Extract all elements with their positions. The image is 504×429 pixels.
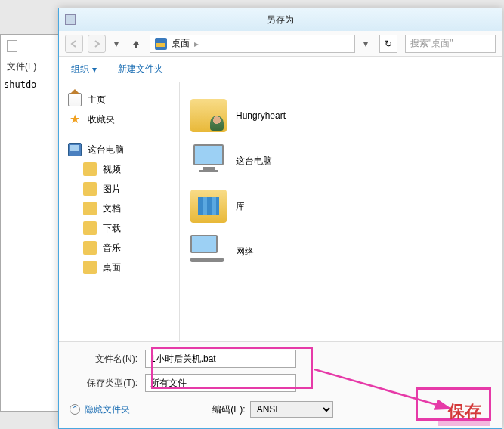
chevron-down-icon: ▾ — [92, 64, 97, 75]
file-item-thispc[interactable]: 这台电脑 — [187, 138, 494, 184]
search-input[interactable]: 搜索"桌面" — [405, 35, 496, 53]
sidebar-item-music[interactable]: 音乐 — [62, 238, 176, 258]
encoding-select[interactable]: ANSI — [250, 401, 333, 418]
filename-label: 文件名(N): — [70, 353, 145, 366]
refresh-button[interactable]: ↻ — [379, 35, 397, 53]
file-item-user[interactable]: Hungryheart — [187, 93, 494, 138]
dialog-icon — [65, 14, 76, 25]
sidebar-label: 这台电脑 — [88, 144, 124, 156]
star-icon: ★ — [68, 113, 82, 126]
sidebar-label: 图片 — [103, 183, 121, 196]
nav-up-button[interactable] — [127, 35, 145, 53]
file-label: 这台电脑 — [236, 155, 272, 168]
sidebar-label: 视频 — [103, 163, 121, 176]
location-separator-icon: ▸ — [194, 39, 199, 49]
save-as-dialog: 另存为 ▾ 桌面 ▸ ▾ ↻ 搜索"桌面" 组织 ▾ 新建文件夹 — [58, 8, 502, 429]
sidebar-label: 下载 — [103, 222, 121, 235]
background-notepad: 文件(F) shutdo — [0, 34, 60, 412]
sidebar-label: 文档 — [103, 202, 121, 215]
navigation-bar: ▾ 桌面 ▸ ▾ ↻ 搜索"桌面" — [59, 31, 502, 57]
folder-icon — [83, 182, 97, 196]
sidebar-label: 收藏夹 — [88, 113, 115, 126]
dialog-title: 另存为 — [267, 14, 294, 26]
file-item-network[interactable]: 网络 — [187, 229, 494, 274]
sidebar-label: 桌面 — [103, 261, 121, 274]
address-bar[interactable]: 桌面 ▸ — [150, 35, 355, 53]
desktop-location-icon — [155, 38, 167, 50]
sidebar-item-home[interactable]: 主页 — [62, 90, 176, 110]
user-folder-icon — [190, 99, 227, 132]
file-label: 库 — [236, 200, 245, 213]
network-icon — [190, 235, 227, 268]
filetype-label: 保存类型(T): — [70, 377, 145, 390]
file-label: 网络 — [236, 245, 254, 258]
file-item-libraries[interactable]: 库 — [187, 184, 494, 229]
notepad-doc-icon — [7, 40, 17, 52]
nav-back-button[interactable] — [65, 35, 83, 53]
sidebar-item-pictures[interactable]: 图片 — [62, 179, 176, 199]
bottom-panel: 文件名(N): 保存类型(T): ⌃ 隐藏文件夹 编码(E): ANSI — [59, 341, 502, 428]
nav-forward-button[interactable] — [88, 35, 106, 53]
sidebar-item-documents[interactable]: 文档 — [62, 199, 176, 218]
home-icon — [68, 93, 82, 106]
folder-icon — [83, 261, 97, 274]
computer-icon — [68, 143, 82, 156]
filename-input[interactable] — [145, 350, 296, 368]
sidebar-label: 主页 — [88, 94, 106, 106]
folder-icon — [83, 162, 97, 176]
notepad-menu-file: 文件(F) — [1, 57, 60, 76]
address-dropdown[interactable]: ▾ — [360, 35, 372, 53]
folder-icon — [83, 221, 97, 235]
hide-folders-label: 隐藏文件夹 — [85, 403, 130, 416]
file-label: Hungryheart — [236, 110, 286, 121]
organize-menu[interactable]: 组织 ▾ — [71, 63, 97, 76]
titlebar: 另存为 — [59, 8, 502, 31]
library-icon — [190, 190, 227, 223]
filetype-input[interactable] — [145, 374, 296, 392]
file-list-pane[interactable]: Hungryheart 这台电脑 库 网络 — [180, 82, 502, 341]
sidebar-item-favorites[interactable]: ★ 收藏夹 — [62, 110, 176, 129]
sidebar-item-desktop[interactable]: 桌面 — [62, 258, 176, 277]
sidebar-item-videos[interactable]: 视频 — [62, 159, 176, 179]
encoding-label: 编码(E): — [212, 403, 245, 416]
new-folder-button[interactable]: 新建文件夹 — [118, 63, 163, 76]
location-text: 桌面 — [172, 37, 190, 50]
folder-icon — [83, 202, 97, 215]
toolbar: 组织 ▾ 新建文件夹 — [59, 57, 502, 82]
sidebar-label: 音乐 — [103, 242, 121, 255]
sidebar: 主页 ★ 收藏夹 这台电脑 视频 图片 — [59, 82, 180, 341]
computer-icon — [190, 144, 227, 177]
chevron-up-icon: ⌃ — [70, 404, 80, 415]
folder-icon — [83, 241, 97, 255]
nav-history-dropdown[interactable]: ▾ — [110, 35, 122, 53]
sidebar-item-thispc[interactable]: 这台电脑 — [62, 140, 176, 159]
sidebar-item-downloads[interactable]: 下载 — [62, 218, 176, 238]
organize-label: 组织 — [71, 63, 89, 76]
hide-folders-toggle[interactable]: ⌃ 隐藏文件夹 — [70, 403, 130, 416]
notepad-content: shutdo — [1, 76, 60, 93]
